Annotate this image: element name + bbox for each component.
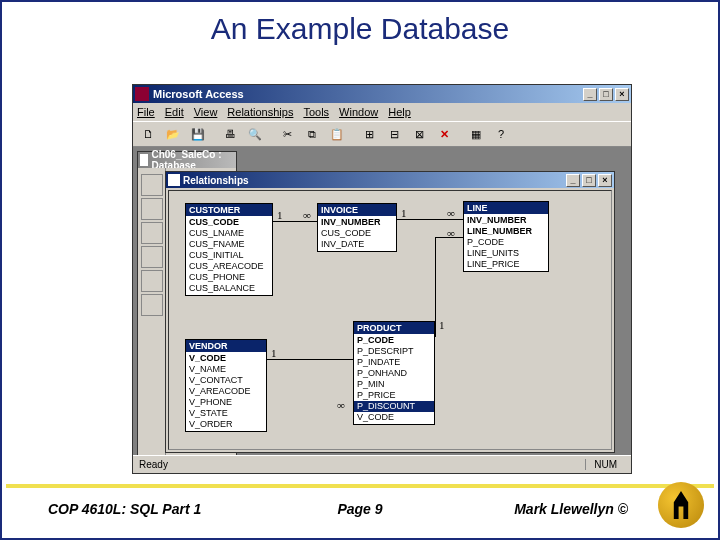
app-titlebar: Microsoft Access _ □ × xyxy=(133,85,631,103)
access-icon xyxy=(135,87,149,101)
slide-footer: COP 4610L: SQL Part 1 Page 9 Mark Llewel… xyxy=(2,486,718,532)
direct-rel-button[interactable]: ⊟ xyxy=(383,124,405,144)
cut-button[interactable]: ✂ xyxy=(276,124,298,144)
university-logo xyxy=(658,482,704,528)
minimize-button[interactable]: _ xyxy=(583,88,597,101)
rel-many-marker: ∞ xyxy=(447,227,455,239)
rel-minimize-button[interactable]: _ xyxy=(566,174,580,187)
rel-one-marker: 1 xyxy=(439,319,445,331)
macros-tab[interactable] xyxy=(141,270,163,292)
toolbar: 🗋 📂 💾 🖶 🔍 ✂ ⧉ 📋 ⊞ ⊟ ⊠ ✕ ▦ ? xyxy=(133,121,631,147)
open-button[interactable]: 📂 xyxy=(162,124,184,144)
modules-tab[interactable] xyxy=(141,294,163,316)
table-customer-fields: CUS_CODE CUS_LNAME CUS_FNAME CUS_INITIAL… xyxy=(186,216,272,295)
status-numlock: NUM xyxy=(585,459,625,470)
table-vendor-title: VENDOR xyxy=(186,340,266,352)
rel-many-marker: ∞ xyxy=(303,209,311,221)
tables-tab[interactable] xyxy=(141,174,163,196)
rel-one-marker: 1 xyxy=(271,347,277,359)
workspace: Ch06_SaleCo : Database Relat xyxy=(133,147,631,455)
queries-tab[interactable] xyxy=(141,198,163,220)
reports-tab[interactable] xyxy=(141,246,163,268)
maximize-button[interactable]: □ xyxy=(599,88,613,101)
preview-button[interactable]: 🔍 xyxy=(244,124,266,144)
new-button[interactable]: 🗋 xyxy=(137,124,159,144)
menu-window[interactable]: Window xyxy=(339,106,378,118)
rel-window-icon xyxy=(168,174,180,186)
rel-vendor-product xyxy=(267,359,353,360)
paste-button[interactable]: 📋 xyxy=(326,124,348,144)
footer-author: Mark Llewellyn © xyxy=(514,501,628,517)
table-line-fields: INV_NUMBER LINE_NUMBER P_CODE LINE_UNITS… xyxy=(464,214,548,271)
db-window-icon xyxy=(140,154,148,166)
table-customer[interactable]: CUSTOMER CUS_CODE CUS_LNAME CUS_FNAME CU… xyxy=(185,203,273,296)
menu-edit[interactable]: Edit xyxy=(165,106,184,118)
close-button[interactable]: × xyxy=(615,88,629,101)
status-bar: Ready NUM xyxy=(133,455,631,473)
print-button[interactable]: 🖶 xyxy=(219,124,241,144)
table-product-title: PRODUCT xyxy=(354,322,434,334)
table-customer-title: CUSTOMER xyxy=(186,204,272,216)
menu-tools[interactable]: Tools xyxy=(303,106,329,118)
status-text: Ready xyxy=(139,459,168,470)
table-product-fields: P_CODE P_DESCRIPT P_INDATE P_ONHAND P_MI… xyxy=(354,334,434,424)
footer-page: Page 9 xyxy=(337,501,382,517)
table-product[interactable]: PRODUCT P_CODE P_DESCRIPT P_INDATE P_ONH… xyxy=(353,321,435,425)
save-button[interactable]: 💾 xyxy=(187,124,209,144)
rel-window-titlebar: Relationships _ □ × xyxy=(166,172,614,188)
table-invoice[interactable]: INVOICE INV_NUMBER CUS_CODE INV_DATE xyxy=(317,203,397,252)
relationship-canvas[interactable]: CUSTOMER CUS_CODE CUS_LNAME CUS_FNAME CU… xyxy=(168,190,612,450)
rel-maximize-button[interactable]: □ xyxy=(582,174,596,187)
rel-one-marker: 1 xyxy=(277,209,283,221)
table-invoice-fields: INV_NUMBER CUS_CODE INV_DATE xyxy=(318,216,396,251)
relationships-window[interactable]: Relationships _ □ × CUSTOMER CUS_CODE xyxy=(165,171,615,453)
slide-title: An Example Database xyxy=(2,2,718,54)
rel-many-marker: ∞ xyxy=(447,207,455,219)
app-title: Microsoft Access xyxy=(153,88,244,100)
table-invoice-title: INVOICE xyxy=(318,204,396,216)
rel-product-line xyxy=(435,237,436,337)
table-line[interactable]: LINE INV_NUMBER LINE_NUMBER P_CODE LINE_… xyxy=(463,201,549,272)
rel-invoice-line xyxy=(397,219,463,220)
table-vendor-fields: V_CODE V_NAME V_CONTACT V_AREACODE V_PHO… xyxy=(186,352,266,431)
menu-bar: File Edit View Relationships Tools Windo… xyxy=(133,103,631,121)
rel-one-marker: 1 xyxy=(401,207,407,219)
all-rel-button[interactable]: ⊠ xyxy=(408,124,430,144)
table-line-title: LINE xyxy=(464,202,548,214)
copy-button[interactable]: ⧉ xyxy=(301,124,323,144)
menu-relationships[interactable]: Relationships xyxy=(227,106,293,118)
table-vendor[interactable]: VENDOR V_CODE V_NAME V_CONTACT V_AREACOD… xyxy=(185,339,267,432)
db-window-titlebar: Ch06_SaleCo : Database xyxy=(138,152,236,168)
rel-customer-invoice xyxy=(273,221,317,222)
object-sidebar xyxy=(138,168,166,460)
delete-button[interactable]: ✕ xyxy=(433,124,455,144)
rel-window-title: Relationships xyxy=(183,175,249,186)
help-button[interactable]: ? xyxy=(490,124,512,144)
show-table-button[interactable]: ⊞ xyxy=(358,124,380,144)
forms-tab[interactable] xyxy=(141,222,163,244)
db-window-button[interactable]: ▦ xyxy=(465,124,487,144)
access-window: Microsoft Access _ □ × File Edit View Re… xyxy=(132,84,632,474)
menu-view[interactable]: View xyxy=(194,106,218,118)
menu-help[interactable]: Help xyxy=(388,106,411,118)
rel-close-button[interactable]: × xyxy=(598,174,612,187)
footer-course: COP 4610L: SQL Part 1 xyxy=(48,501,201,517)
rel-many-marker: ∞ xyxy=(337,399,345,411)
menu-file[interactable]: File xyxy=(137,106,155,118)
